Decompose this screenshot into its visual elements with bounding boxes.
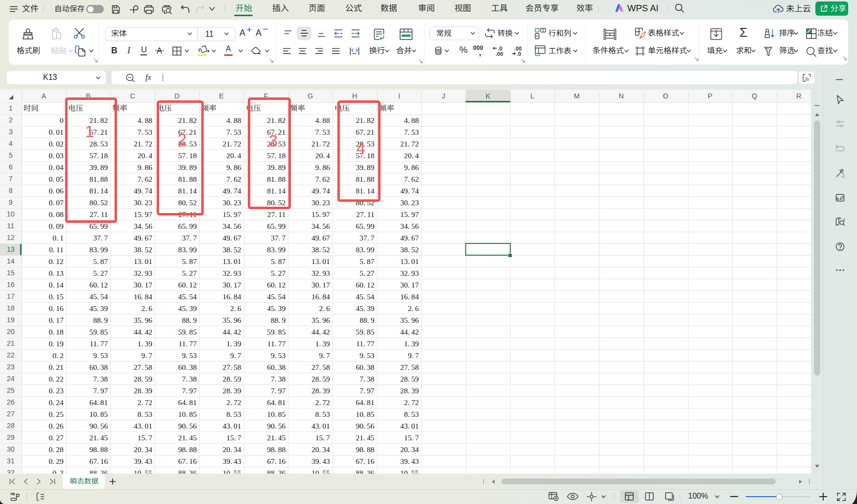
svg-text:4: 4 [357, 139, 365, 157]
svg-text:3: 3 [269, 132, 278, 150]
svg-text:2: 2 [178, 130, 187, 148]
svg-text:1: 1 [85, 122, 94, 141]
